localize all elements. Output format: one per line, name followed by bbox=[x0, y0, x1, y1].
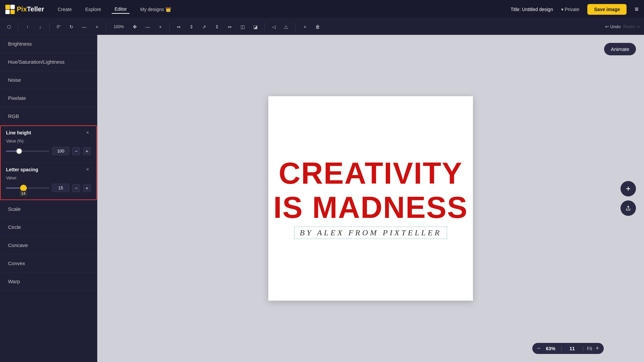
sidebar-item-warp[interactable]: Warp bbox=[0, 273, 97, 291]
letter-spacing-title: Letter spacing bbox=[6, 167, 38, 172]
line-height-value-input[interactable]: 100 bbox=[52, 147, 69, 155]
zoom-separator: | bbox=[561, 346, 562, 352]
align-center-icon[interactable]: ⇕ bbox=[186, 22, 197, 32]
align-left-icon[interactable]: ⇔ bbox=[174, 22, 184, 32]
distribute-h-icon[interactable]: ◫ bbox=[237, 22, 248, 32]
dropdown-icon: ▾ bbox=[561, 7, 564, 12]
letter-spacing-slider-track[interactable]: 14 bbox=[6, 187, 49, 189]
logo-text: PixTeller bbox=[17, 5, 44, 13]
letter-spacing-tooltip: 14 bbox=[19, 191, 27, 196]
line-height-close-button[interactable]: × bbox=[84, 129, 91, 136]
flip-v-icon[interactable]: ◁ bbox=[281, 22, 291, 32]
design-title: Title: Untitled design bbox=[511, 7, 553, 12]
canvas-area: CREATIVITY IS MADNESS BY ALEX FROM PIXTE… bbox=[97, 35, 644, 362]
toolbar-separator-1 bbox=[18, 23, 18, 31]
nav-editor[interactable]: Editor bbox=[112, 5, 129, 14]
sidebar-item-brightness[interactable]: Brightness bbox=[0, 35, 97, 53]
redo-button[interactable]: Redo/ ↪ bbox=[623, 24, 640, 29]
distribute-v-icon[interactable]: ◪ bbox=[250, 22, 260, 32]
sidebar-item-rgb[interactable]: RGB bbox=[0, 107, 97, 125]
zoom-in-button[interactable]: + bbox=[595, 345, 599, 352]
sidebar-item-concave[interactable]: Concave bbox=[0, 236, 97, 254]
layers-icon[interactable]: ⬡ bbox=[4, 22, 14, 32]
zoom-fit-button[interactable]: Fit bbox=[587, 346, 592, 351]
share-icon bbox=[625, 205, 631, 211]
align-right-icon[interactable]: ⇔ bbox=[225, 22, 235, 32]
align-top-icon[interactable]: ⇗ bbox=[199, 22, 209, 32]
svg-rect-0 bbox=[5, 5, 10, 9]
svg-rect-1 bbox=[10, 5, 15, 9]
line-height-title: Line height bbox=[6, 130, 31, 135]
main-area: Brightness Hue/Saturation/Lightness Nois… bbox=[0, 35, 644, 362]
sidebar-item-scale[interactable]: Scale bbox=[0, 200, 97, 218]
zoom-decrease-icon[interactable]: — bbox=[79, 22, 89, 32]
undo-icon: ↩ bbox=[605, 24, 609, 29]
logo[interactable]: PixTeller bbox=[5, 5, 44, 14]
save-image-button[interactable]: Save image bbox=[587, 4, 627, 15]
letter-spacing-close-button[interactable]: × bbox=[84, 166, 91, 173]
plus-icon bbox=[625, 186, 631, 192]
svg-rect-3 bbox=[10, 10, 15, 14]
animate-button[interactable]: Animate bbox=[604, 43, 636, 55]
sidebar-item-pixelate[interactable]: Pixelate bbox=[0, 89, 97, 107]
line-height-panel: Line height × Value (%): 100 − + bbox=[0, 125, 97, 200]
privacy-toggle[interactable]: ▾ Private bbox=[561, 7, 580, 12]
line-height-body: Value (%): 100 − + bbox=[1, 139, 96, 163]
rotate-icon[interactable]: ↻ bbox=[66, 22, 76, 32]
toolbar-separator-4 bbox=[169, 23, 170, 31]
move-down-icon[interactable]: ↓ bbox=[35, 22, 45, 32]
sidebar-item-hsl[interactable]: Hue/Saturation/Lightness bbox=[0, 53, 97, 71]
undo-button[interactable]: ↩ Undo bbox=[605, 24, 621, 29]
delete-icon[interactable]: 🗑 bbox=[313, 22, 323, 32]
nav-explore[interactable]: Explore bbox=[83, 5, 104, 13]
letter-spacing-decrease-button[interactable]: − bbox=[72, 184, 80, 192]
nav-create[interactable]: Create bbox=[55, 5, 74, 13]
zoom-num: 11 bbox=[566, 346, 579, 351]
line-height-decrease-button[interactable]: − bbox=[72, 147, 80, 155]
letter-spacing-increase-button[interactable]: + bbox=[83, 184, 91, 192]
toolbar-separator-2 bbox=[49, 23, 50, 31]
zoom-value: 63% bbox=[544, 346, 557, 351]
svg-rect-2 bbox=[5, 10, 10, 14]
grid-icon[interactable]: ✤ bbox=[130, 22, 140, 32]
right-float-buttons bbox=[621, 181, 636, 216]
letter-spacing-section: Letter spacing × Value: 14 15 − + bbox=[1, 163, 96, 199]
add-element-button[interactable] bbox=[621, 181, 636, 196]
align-middle-icon[interactable]: ⇕ bbox=[212, 22, 222, 32]
zoom-out-icon[interactable]: — bbox=[143, 22, 153, 32]
duplicate-icon[interactable]: + bbox=[300, 22, 310, 32]
zoom-bar: − 63% | 11 | Fit + bbox=[532, 343, 604, 354]
logo-icon bbox=[5, 5, 15, 14]
move-up-icon[interactable]: ↑ bbox=[22, 22, 33, 32]
letter-spacing-value-label: Value: bbox=[6, 176, 91, 180]
sidebar-item-convex[interactable]: Convex bbox=[0, 254, 97, 273]
canvas-sub-text: BY ALEX FROM PIXTELLER bbox=[294, 227, 447, 239]
sidebar-item-circle[interactable]: Circle bbox=[0, 218, 97, 236]
zoom-increase-icon[interactable]: + bbox=[92, 22, 102, 32]
letter-spacing-slider-thumb[interactable] bbox=[20, 185, 27, 191]
line-height-slider-row: 100 − + bbox=[6, 147, 91, 155]
zoom-in-icon[interactable]: + bbox=[155, 22, 165, 32]
line-height-value-label: Value (%): bbox=[6, 139, 91, 143]
zoom-percent[interactable]: 100% bbox=[110, 22, 127, 32]
hamburger-menu-button[interactable]: ≡ bbox=[635, 5, 639, 13]
canvas-main-text-line1: CREATIVITY bbox=[279, 158, 463, 188]
nav-my-designs[interactable]: My designs 👑 bbox=[138, 5, 174, 13]
sidebar-item-noise[interactable]: Noise bbox=[0, 71, 97, 89]
share-button[interactable] bbox=[621, 200, 636, 216]
zoom-out-button[interactable]: − bbox=[537, 345, 541, 352]
letter-spacing-slider-row: 14 15 − + bbox=[6, 184, 91, 192]
line-height-increase-button[interactable]: + bbox=[83, 147, 91, 155]
crown-icon: 👑 bbox=[165, 7, 171, 12]
canvas[interactable]: CREATIVITY IS MADNESS BY ALEX FROM PIXTE… bbox=[268, 96, 473, 301]
line-height-header: Line height × bbox=[1, 126, 96, 139]
flip-h-icon[interactable]: ◁ bbox=[269, 22, 279, 32]
toolbar-separator-3 bbox=[106, 23, 106, 31]
editor-toolbar: ⬡ ↑ ↓ 0° ↻ — + 100% ✤ — + ⇔ ⇕ ⇗ ⇕ ⇔ ◫ ◪ … bbox=[0, 19, 644, 35]
line-height-slider-thumb[interactable] bbox=[16, 148, 22, 154]
line-height-slider-track[interactable] bbox=[6, 150, 49, 152]
letter-spacing-value-input[interactable]: 15 bbox=[52, 184, 69, 192]
redo-icon: ↪ bbox=[636, 24, 640, 29]
sidebar: Brightness Hue/Saturation/Lightness Nois… bbox=[0, 35, 97, 362]
rotate-field[interactable]: 0° bbox=[54, 22, 64, 32]
